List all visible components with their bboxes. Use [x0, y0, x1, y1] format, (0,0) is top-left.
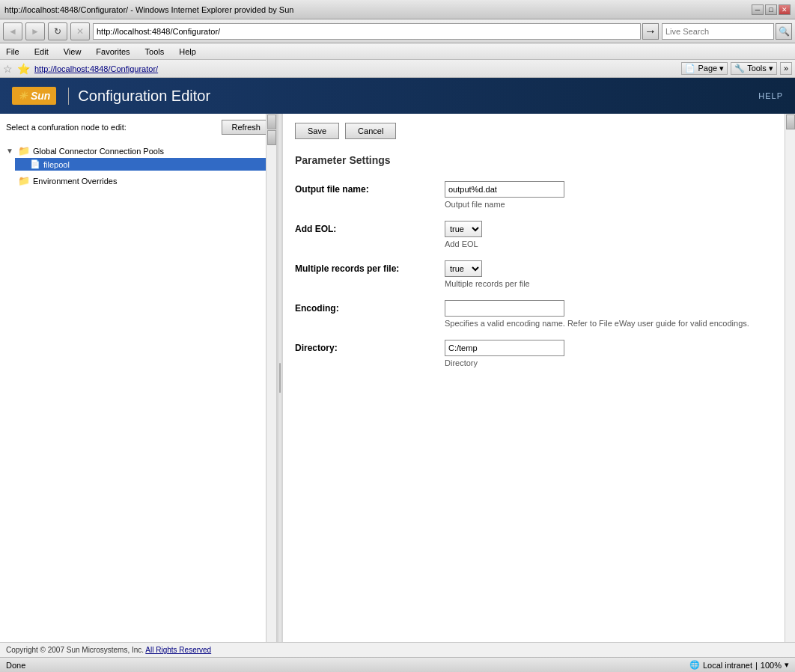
action-bar: Save Cancel	[295, 123, 783, 139]
param-controls-output-file: Output file name	[445, 181, 783, 209]
menu-file[interactable]: File	[3, 46, 22, 57]
file-icon: 📄	[30, 159, 40, 169]
tools-tool-button[interactable]: 🔧 Tools ▾	[731, 62, 777, 75]
favorites-link[interactable]: http://localhost:4848/Configurator/	[34, 64, 158, 73]
minimize-button[interactable]: ─	[752, 4, 764, 15]
cancel-button[interactable]: Cancel	[345, 123, 396, 139]
zoom-dropdown-icon[interactable]: ▾	[785, 660, 789, 670]
tree-container: ▼ 📁 Global Connector Connection Pools 📄 …	[0, 141, 276, 642]
encoding-hint: Specifies a valid encoding name. Refer t…	[445, 319, 783, 328]
encoding-input[interactable]	[445, 300, 564, 317]
tree-root-label: Global Connector Connection Pools	[33, 147, 164, 156]
app-header: ☀ Sun Configuration Editor HELP	[0, 78, 795, 114]
menu-edit[interactable]: Edit	[31, 46, 52, 57]
tree-filepool-item[interactable]: 📄 filepool	[15, 158, 273, 171]
status-text: Done	[6, 661, 683, 670]
refresh-browser-button[interactable]: ↻	[48, 22, 67, 40]
forward-button[interactable]: ►	[25, 22, 45, 40]
favorites-bar: ☆ ⭐ http://localhost:4848/Configurator/ …	[0, 60, 795, 78]
param-row-add-eol: Add EOL: true false Add EOL	[295, 221, 783, 248]
zone-text: Local intranet	[703, 661, 752, 670]
add-eol-hint: Add EOL	[445, 239, 783, 248]
param-label-directory: Directory:	[295, 340, 445, 353]
search-button[interactable]: 🔍	[776, 23, 792, 40]
page-tool-button[interactable]: 📄 Page ▾	[681, 62, 728, 75]
tree-root-item[interactable]: ▼ 📁 Global Connector Connection Pools	[3, 144, 273, 158]
panel-divider[interactable]	[277, 114, 283, 642]
tree-children: 📄 filepool	[15, 158, 273, 171]
close-button[interactable]: ✕	[779, 4, 791, 15]
expand-toolbar-button[interactable]: »	[780, 62, 792, 75]
param-controls-directory: Directory	[445, 340, 783, 367]
env-folder-icon: 📁	[18, 175, 30, 186]
add-favorites-icon[interactable]: ☆	[3, 63, 13, 75]
address-bar: →	[93, 23, 659, 40]
param-row-output-file: Output file name: Output file name	[295, 181, 783, 209]
favorites-tools: 📄 Page ▾ 🔧 Tools ▾ »	[681, 62, 792, 75]
param-label-encoding: Encoding:	[295, 300, 445, 314]
folder-icon: 📁	[18, 145, 30, 156]
all-rights-link[interactable]: All Rights Reserved	[145, 646, 211, 654]
param-label-output-file: Output file name:	[295, 181, 445, 195]
left-panel-title: Select a confuration node to edit:	[6, 123, 127, 132]
zoom-level: 100%	[761, 661, 782, 670]
menu-favorites[interactable]: Favorites	[93, 46, 132, 57]
divider-handle	[279, 363, 281, 393]
status-right: 🌐 Local intranet | 100% ▾	[689, 660, 789, 670]
go-button[interactable]: →	[642, 23, 659, 40]
param-controls-encoding: Specifies a valid encoding name. Refer t…	[445, 300, 783, 328]
param-row-encoding: Encoding: Specifies a valid encoding nam…	[295, 300, 783, 328]
sun-logo: ☀ Sun	[12, 87, 56, 105]
save-button[interactable]: Save	[295, 123, 339, 139]
section-title: Parameter Settings	[295, 154, 783, 169]
main-content: Select a confuration node to edit: Refre…	[0, 114, 795, 642]
menu-view[interactable]: View	[61, 46, 85, 57]
param-row-multiple-records: Multiple records per file: true false Mu…	[295, 260, 783, 288]
multiple-records-hint: Multiple records per file	[445, 279, 783, 288]
param-label-multiple-records: Multiple records per file:	[295, 260, 445, 274]
left-panel-header: Select a confuration node to edit: Refre…	[0, 114, 276, 141]
tree-env-label: Environment Overrides	[33, 177, 118, 186]
param-label-add-eol: Add EOL:	[295, 221, 445, 234]
help-link[interactable]: HELP	[758, 91, 783, 100]
stop-button[interactable]: ✕	[70, 22, 90, 40]
search-input[interactable]	[662, 23, 774, 40]
tree-env-item[interactable]: 📁 Environment Overrides	[3, 174, 273, 188]
multiple-records-select[interactable]: true false	[445, 260, 482, 277]
search-bar: 🔍	[662, 23, 792, 40]
param-controls-multiple-records: true false Multiple records per file	[445, 260, 783, 288]
menu-help[interactable]: Help	[176, 46, 199, 57]
menu-bar: File Edit View Favorites Tools Help	[0, 43, 795, 60]
copyright-text: Copyright © 2007 Sun Microsystems, Inc.	[6, 646, 145, 654]
directory-input[interactable]	[445, 340, 564, 356]
browser-toolbar: ◄ ► ↻ ✕ → 🔍	[0, 19, 795, 43]
param-controls-add-eol: true false Add EOL	[445, 221, 783, 248]
app-footer: Copyright © 2007 Sun Microsystems, Inc. …	[0, 642, 795, 657]
browser-title-text: http://localhost:4848/Configurator/ - Wi…	[4, 5, 747, 14]
right-scrollbar-thumb	[786, 114, 795, 129]
menu-tools[interactable]: Tools	[142, 46, 168, 57]
output-file-input[interactable]	[445, 181, 564, 198]
tree-toggle-icon[interactable]: ▼	[6, 147, 15, 155]
back-button[interactable]: ◄	[3, 22, 22, 40]
tree-filepool-label: filepool	[43, 160, 70, 169]
right-panel: Save Cancel Parameter Settings Output fi…	[283, 114, 795, 642]
left-panel-scrollbar[interactable]	[266, 114, 276, 642]
favorites-icon[interactable]: ⭐	[17, 63, 30, 75]
zoom-separator: |	[755, 661, 758, 670]
left-panel: Select a confuration node to edit: Refre…	[0, 114, 277, 642]
right-panel-scrollbar[interactable]	[785, 114, 795, 642]
status-bar: Done 🌐 Local intranet | 100% ▾	[0, 657, 795, 672]
address-input[interactable]	[93, 23, 641, 40]
add-eol-select[interactable]: true false	[445, 221, 482, 237]
param-row-directory: Directory: Directory	[295, 340, 783, 367]
refresh-button[interactable]: Refresh	[222, 120, 270, 135]
directory-hint: Directory	[445, 358, 783, 367]
scrollbar-thumb-bottom	[267, 130, 276, 145]
app-title: Configuration Editor	[68, 88, 210, 105]
maximize-button[interactable]: □	[765, 4, 777, 15]
scrollbar-thumb-top	[267, 114, 276, 129]
param-table: Output file name: Output file name Add E…	[295, 181, 783, 367]
browser-title-controls: ─ □ ✕	[752, 4, 791, 15]
app-container: ☀ Sun Configuration Editor HELP Select a…	[0, 78, 795, 657]
